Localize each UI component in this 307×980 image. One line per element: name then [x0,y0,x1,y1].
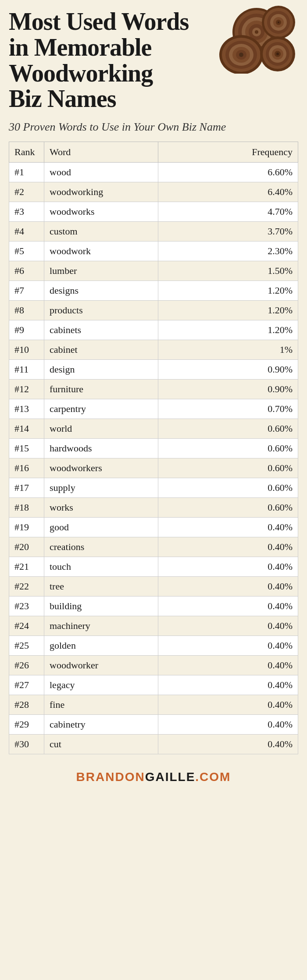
cell-word: legacy [44,675,158,695]
table-row: #21touch0.40% [9,557,298,576]
table-row: #4custom3.70% [9,221,298,241]
cell-frequency: 1.20% [158,300,298,320]
cell-rank: #4 [9,221,44,241]
brand-part1: BRANDON [76,770,145,784]
cell-rank: #28 [9,695,44,714]
cell-word: products [44,300,158,320]
table-row: #24machinery0.40% [9,616,298,636]
table-row: #8products1.20% [9,300,298,320]
cell-word: custom [44,221,158,241]
cell-frequency: 6.40% [158,182,298,202]
cell-rank: #13 [9,399,44,419]
cell-rank: #26 [9,655,44,675]
svg-point-14 [278,21,279,23]
cell-frequency: 0.40% [158,695,298,714]
table-row: #14world0.60% [9,419,298,438]
cell-word: works [44,497,158,517]
cell-word: cabinetry [44,714,158,734]
cell-rank: #25 [9,636,44,655]
cell-frequency: 2.30% [158,241,298,261]
cell-rank: #7 [9,281,44,300]
cell-rank: #9 [9,320,44,340]
cell-word: lumber [44,261,158,281]
cell-frequency: 1.20% [158,320,298,340]
cell-rank: #6 [9,261,44,281]
table-row: #12furniture0.90% [9,379,298,399]
cell-word: cabinets [44,320,158,340]
cell-frequency: 3.70% [158,221,298,241]
cell-frequency: 0.40% [158,616,298,636]
cell-frequency: 0.40% [158,517,298,537]
table-row: #19good0.40% [9,517,298,537]
cell-frequency: 0.60% [158,478,298,497]
table-header-row: Rank Word Frequency [9,142,298,162]
cell-rank: #16 [9,458,44,478]
cell-frequency: 4.70% [158,202,298,221]
cell-frequency: 0.40% [158,714,298,734]
cell-rank: #15 [9,438,44,458]
cell-rank: #11 [9,359,44,379]
brand-part3: .COM [195,770,231,784]
table-row: #20creations0.40% [9,537,298,557]
title-line3: Woodworking [9,60,153,87]
table-row: #18works0.60% [9,497,298,517]
cell-frequency: 0.70% [158,399,298,419]
cell-word: woodworkers [44,458,158,478]
cell-frequency: 0.40% [158,537,298,557]
brand-part2: GAILLE [145,770,196,784]
cell-frequency: 0.60% [158,458,298,478]
cell-word: cabinet [44,340,158,359]
table-row: #22tree0.40% [9,576,298,596]
main-title: Most Used Words in Memorable Woodworking… [9,9,211,112]
svg-point-7 [255,30,258,34]
page-container: Most Used Words in Memorable Woodworking… [0,0,307,793]
cell-rank: #20 [9,537,44,557]
cell-word: wood [44,162,158,182]
cell-word: world [44,419,158,438]
header: Most Used Words in Memorable Woodworking… [0,0,307,116]
table-row: #15hardwoods0.60% [9,438,298,458]
cell-frequency: 0.60% [158,438,298,458]
table-row: #11design0.90% [9,359,298,379]
cell-frequency: 0.40% [158,576,298,596]
title-line1: Most Used Words [9,8,189,35]
cell-rank: #22 [9,576,44,596]
title-line2: in Memorable [9,34,151,61]
table-row: #30cut0.40% [9,734,298,754]
words-table: Rank Word Frequency #1wood6.60%#2woodwor… [9,142,298,754]
cell-word: furniture [44,379,158,399]
cell-frequency: 0.40% [158,596,298,616]
cell-word: building [44,596,158,616]
cell-rank: #19 [9,517,44,537]
cell-word: designs [44,281,158,300]
title-line4: Biz Names [9,85,116,112]
table-row: #25golden0.40% [9,636,298,655]
cell-word: supply [44,478,158,497]
cell-frequency: 0.40% [158,655,298,675]
table-row: #17supply0.60% [9,478,298,497]
table-row: #9cabinets1.20% [9,320,298,340]
footer: BRANDONGAILLE.COM [0,763,307,793]
cell-rank: #8 [9,300,44,320]
col-header-frequency: Frequency [158,142,298,162]
cell-rank: #21 [9,557,44,576]
cell-word: creations [44,537,158,557]
cell-rank: #14 [9,419,44,438]
cell-rank: #27 [9,675,44,695]
cell-rank: #3 [9,202,44,221]
cell-frequency: 0.60% [158,497,298,517]
cell-word: fine [44,695,158,714]
svg-point-28 [276,53,279,55]
cell-frequency: 6.60% [158,162,298,182]
cell-word: cut [44,734,158,754]
data-table-wrapper: Rank Word Frequency #1wood6.60%#2woodwor… [0,142,307,763]
cell-word: good [44,517,158,537]
table-row: #7designs1.20% [9,281,298,300]
cell-rank: #24 [9,616,44,636]
table-row: #27legacy0.40% [9,675,298,695]
cell-frequency: 0.40% [158,557,298,576]
cell-word: tree [44,576,158,596]
cell-rank: #29 [9,714,44,734]
cell-rank: #10 [9,340,44,359]
col-header-word: Word [44,142,158,162]
